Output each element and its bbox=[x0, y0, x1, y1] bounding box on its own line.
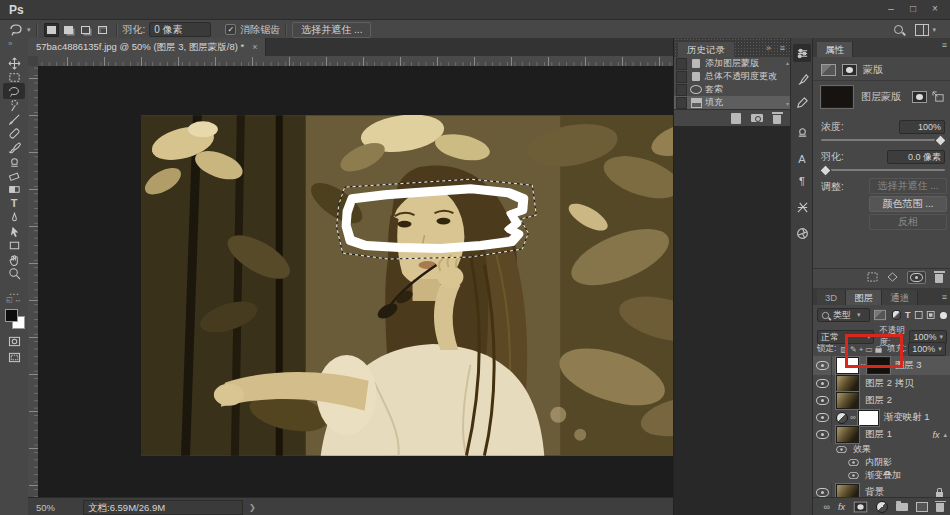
filter-toggle-icon[interactable] bbox=[940, 312, 947, 319]
tab-3d[interactable]: 3D bbox=[817, 290, 846, 305]
history-source-well[interactable] bbox=[676, 71, 687, 83]
pen-tool[interactable] bbox=[3, 210, 25, 224]
feather-input[interactable]: 0 像素 bbox=[149, 22, 211, 37]
scroll-up-icon[interactable]: ▴ bbox=[786, 59, 789, 66]
clone-source-panel-icon[interactable] bbox=[793, 122, 811, 140]
spot-healing-tool[interactable] bbox=[3, 126, 25, 140]
apply-mask-icon[interactable] bbox=[887, 272, 898, 282]
mask-target-icon[interactable] bbox=[932, 91, 945, 103]
visibility-toggle[interactable] bbox=[813, 356, 832, 375]
rectangular-marquee-tool[interactable] bbox=[3, 70, 25, 84]
visibility-toggle[interactable] bbox=[813, 426, 832, 443]
zoom-level[interactable]: 50% bbox=[36, 502, 55, 513]
close-tab-icon[interactable]: × bbox=[252, 42, 257, 52]
feather-slider-knob[interactable] bbox=[819, 164, 832, 177]
brushes-panel-icon[interactable] bbox=[793, 94, 811, 112]
status-expand-icon[interactable]: ❯ bbox=[249, 503, 256, 512]
eye-icon[interactable] bbox=[836, 446, 846, 453]
visibility-toggle[interactable] bbox=[813, 375, 832, 392]
adjustment-mask-thumbnail[interactable] bbox=[858, 410, 879, 426]
layer-style-fx-icon[interactable]: fx bbox=[932, 430, 939, 440]
new-layer-icon[interactable] bbox=[916, 502, 928, 512]
density-value[interactable]: 100% bbox=[899, 120, 945, 134]
density-slider[interactable] bbox=[821, 139, 945, 141]
move-tool[interactable] bbox=[3, 56, 25, 70]
density-slider-knob[interactable] bbox=[934, 134, 947, 147]
layer-name[interactable]: 图层 1 bbox=[865, 428, 932, 441]
adjustment-filter-icon[interactable] bbox=[891, 310, 901, 320]
fill-value[interactable]: 100%▾ bbox=[908, 342, 946, 356]
new-adjustment-layer-icon[interactable] bbox=[876, 501, 888, 513]
workspace-switcher[interactable]: ▾ bbox=[915, 24, 936, 36]
shape-filter-icon[interactable] bbox=[914, 310, 923, 320]
search-icon[interactable] bbox=[894, 25, 903, 34]
camera-raw-panel-icon[interactable] bbox=[793, 224, 811, 242]
link-layers-icon[interactable]: ∞ bbox=[824, 502, 830, 512]
tab-channels[interactable]: 通道 bbox=[882, 290, 918, 305]
default-swap-colors-icon[interactable]: ◱ ↔ bbox=[6, 296, 22, 304]
pixel-mask-mode-icon[interactable] bbox=[821, 64, 836, 76]
delete-mask-icon[interactable] bbox=[935, 274, 943, 283]
quick-mask-button[interactable] bbox=[3, 334, 25, 348]
gradient-tool[interactable] bbox=[3, 182, 25, 196]
properties-panel-icon[interactable] bbox=[793, 44, 811, 62]
history-source-well[interactable] bbox=[676, 84, 687, 96]
load-selection-icon[interactable] bbox=[867, 272, 878, 282]
delete-layer-icon[interactable] bbox=[936, 503, 944, 512]
lasso-tool[interactable] bbox=[3, 83, 25, 99]
layer-thumbnail[interactable] bbox=[836, 392, 859, 409]
quick-selection-tool[interactable] bbox=[3, 98, 25, 112]
eye-icon[interactable] bbox=[848, 459, 858, 466]
type-tool[interactable]: T bbox=[3, 196, 25, 210]
layer-name[interactable]: 图层 2 拷贝 bbox=[865, 377, 914, 390]
scroll-down-icon[interactable]: ▾ bbox=[786, 100, 789, 107]
eyedropper-tool[interactable] bbox=[3, 112, 25, 126]
new-selection-button[interactable] bbox=[44, 23, 59, 37]
layer-row-gradient-map[interactable]: ∞ 渐变映射 1 bbox=[813, 409, 950, 426]
tab-layers[interactable]: 图层 bbox=[846, 290, 882, 305]
tab-properties[interactable]: 属性 bbox=[817, 42, 853, 57]
minimize-button[interactable]: – bbox=[880, 0, 902, 18]
history-panel-menu-icon[interactable]: ≡ bbox=[780, 43, 785, 53]
mask-thumbnail[interactable] bbox=[821, 86, 853, 108]
select-and-mask-button[interactable]: 选择并遮住 ... bbox=[869, 178, 947, 194]
layer-thumbnail[interactable] bbox=[836, 426, 859, 443]
layer-row-layer2-copy[interactable]: 图层 2 拷贝 bbox=[813, 375, 950, 392]
antialias-checkbox[interactable]: ✓ bbox=[225, 24, 236, 35]
toolbar-collapse-chevrons[interactable]: » bbox=[8, 39, 12, 48]
brush-settings-panel-icon[interactable] bbox=[793, 70, 811, 88]
history-state-row[interactable]: 填充 bbox=[674, 96, 791, 109]
feather-slider[interactable] bbox=[821, 169, 945, 171]
layer-name[interactable]: 渐变映射 1 bbox=[884, 411, 930, 424]
close-button[interactable]: × bbox=[924, 0, 946, 18]
zoom-tool[interactable] bbox=[3, 266, 25, 280]
mask-link-icon[interactable]: ∞ bbox=[850, 413, 856, 422]
brush-tool[interactable] bbox=[3, 140, 25, 154]
effect-row-inner-shadow[interactable]: 内阴影 bbox=[813, 456, 950, 469]
layer-style-icon[interactable]: fx bbox=[838, 502, 845, 512]
layer-name[interactable]: 图层 2 bbox=[865, 394, 892, 407]
path-selection-tool[interactable] bbox=[3, 224, 25, 238]
clone-stamp-tool[interactable] bbox=[3, 154, 25, 168]
tool-preset-picker[interactable]: ▾ bbox=[0, 23, 31, 36]
history-tab[interactable]: 历史记录 bbox=[678, 42, 734, 57]
layer-thumbnail[interactable] bbox=[836, 375, 859, 392]
history-state-row[interactable]: 添加图层蒙版 bbox=[674, 57, 791, 70]
history-state-row[interactable]: 套索 bbox=[674, 83, 791, 96]
paragraph-panel-icon[interactable]: ¶ bbox=[793, 172, 811, 190]
add-selection-button[interactable] bbox=[61, 23, 76, 37]
history-source-well[interactable] bbox=[676, 58, 687, 70]
layer-row-layer2[interactable]: 图层 2 bbox=[813, 392, 950, 409]
color-range-button[interactable]: 颜色范围 ... bbox=[869, 196, 947, 212]
type-filter-icon[interactable]: T bbox=[905, 310, 911, 320]
eye-icon[interactable] bbox=[848, 472, 858, 479]
enable-mask-button[interactable] bbox=[907, 271, 926, 284]
visibility-toggle[interactable] bbox=[813, 392, 832, 409]
new-document-from-state-icon[interactable] bbox=[731, 113, 741, 124]
effect-row-gradient-overlay[interactable]: 渐变叠加 bbox=[813, 469, 950, 482]
smart-object-filter-icon[interactable] bbox=[926, 310, 935, 320]
add-mask-badge-icon[interactable] bbox=[912, 91, 927, 103]
canvas[interactable] bbox=[38, 66, 673, 497]
feather-value[interactable]: 0.0 像素 bbox=[887, 150, 945, 164]
layer-row-layer1[interactable]: 图层 1 fx ▴ bbox=[813, 426, 950, 443]
